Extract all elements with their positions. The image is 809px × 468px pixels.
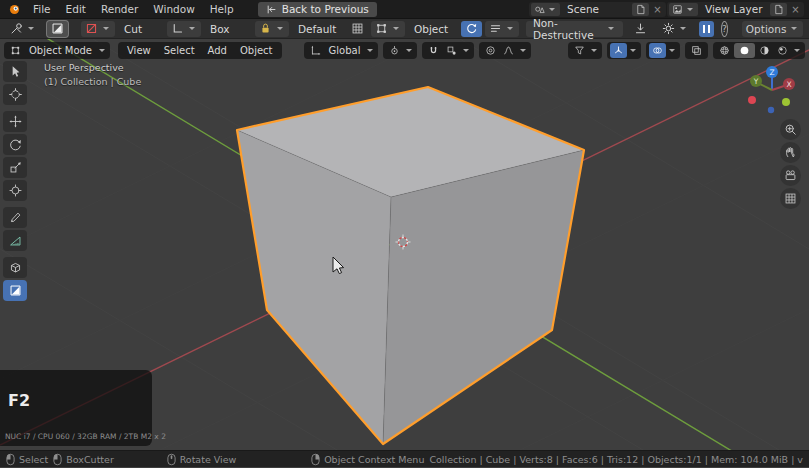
pause-icon	[703, 25, 711, 33]
tool-move[interactable]	[3, 111, 27, 132]
falloff-icon	[503, 45, 514, 56]
view-controls	[780, 119, 801, 209]
axis-y-handle[interactable]: Y	[750, 75, 762, 87]
snap-toggle-button[interactable]	[425, 43, 442, 58]
pan-button[interactable]	[780, 142, 801, 163]
menu-help[interactable]: Help	[203, 2, 241, 17]
proportional-toggle-button[interactable]	[482, 43, 499, 58]
axes-icon	[307, 43, 324, 58]
axis-x-handle[interactable]: X	[783, 78, 795, 90]
remove-view-layer-button[interactable]: ×	[789, 3, 802, 16]
tool-add-cube[interactable]	[3, 257, 27, 278]
cube-object[interactable]	[237, 87, 584, 444]
tool-transform[interactable]	[3, 180, 27, 201]
shape-box-icon	[85, 22, 98, 35]
tools-icon	[10, 22, 23, 35]
camera-view-button[interactable]	[780, 165, 801, 186]
tool-cursor[interactable]	[3, 84, 27, 105]
new-scene-button[interactable]	[632, 3, 649, 16]
snap-controls	[422, 42, 474, 59]
zoom-button[interactable]	[780, 119, 801, 140]
xray-toggle-button[interactable]	[685, 42, 708, 59]
shading-wireframe-button[interactable]	[716, 43, 733, 58]
axis-y-neg-handle[interactable]	[782, 98, 790, 106]
behavior-label: Object	[412, 23, 454, 35]
back-to-previous-button[interactable]: Back to Previous	[258, 2, 377, 17]
ortho-toggle-button[interactable]	[780, 188, 801, 209]
hint-rotate-label: Rotate View	[180, 454, 237, 465]
active-tool-button[interactable]	[47, 21, 68, 37]
tool-select-box[interactable]	[3, 61, 27, 82]
measure-ruler-icon	[9, 234, 22, 247]
method-label: Non-Destructive	[533, 17, 594, 41]
right-mouse-icon	[311, 453, 320, 466]
operation-dropdown[interactable]	[255, 21, 289, 37]
navigation-gizmo[interactable]: Z Y X	[748, 66, 795, 113]
pivot-dropdown[interactable]	[383, 42, 417, 59]
axis-z-handle[interactable]: Z	[766, 66, 778, 78]
method-dropdown[interactable]: Non-Destructive	[526, 21, 623, 37]
mode-selector-dropdown[interactable]: Object Mode	[4, 42, 110, 59]
tool-boxcutter[interactable]	[3, 280, 27, 301]
new-view-layer-button[interactable]	[770, 3, 787, 16]
menu-viewport-object[interactable]: Object	[234, 45, 279, 56]
back-to-previous-label: Back to Previous	[282, 3, 369, 15]
snap-target-icon	[446, 45, 457, 56]
options-dropdown[interactable]: Options	[742, 21, 804, 37]
blender-logo-icon[interactable]	[5, 2, 23, 17]
hint-select: Select	[6, 453, 48, 466]
camera-icon	[784, 169, 797, 182]
screencast-overlay: F2 NUC i7 / CPU 060 / 32GB RAM / 2TB M2 …	[0, 370, 152, 446]
scene-browse-dropdown[interactable]	[531, 3, 560, 16]
live-toggle-button[interactable]	[461, 21, 482, 37]
scene-statistics: Collection | Cube | Verts:8 | Faces:6 | …	[429, 454, 803, 465]
solid-sphere-icon	[739, 45, 750, 56]
tool-annotate[interactable]	[3, 207, 27, 228]
menu-viewport-select[interactable]: Select	[158, 45, 201, 56]
menu-window[interactable]: Window	[146, 2, 201, 17]
tool-presets-dropdown[interactable]	[6, 21, 40, 37]
scene-selector[interactable]: Scene ×	[529, 2, 666, 17]
menu-edit[interactable]: Edit	[59, 2, 93, 17]
settings-dropdown[interactable]	[658, 21, 692, 37]
grid-toggle-button[interactable]	[347, 21, 368, 37]
view-layer-browse-dropdown[interactable]	[669, 3, 698, 16]
gizmo-toggle-dropdown[interactable]	[607, 42, 641, 59]
falloff-dropdown[interactable]	[500, 43, 517, 58]
mode-dropdown[interactable]	[167, 21, 201, 37]
snap-target-dropdown[interactable]	[443, 43, 460, 58]
overlays-icon[interactable]	[649, 43, 666, 58]
grid-icon	[351, 22, 364, 35]
display-dropdown[interactable]	[485, 21, 519, 37]
tool-measure[interactable]	[3, 230, 27, 251]
orientation-dropdown[interactable]: Global	[304, 42, 379, 59]
object-icon	[375, 22, 388, 35]
shading-solid-button[interactable]	[734, 43, 755, 58]
menu-render[interactable]: Render	[94, 2, 145, 17]
visibility-dropdown[interactable]	[568, 42, 602, 59]
shading-rendered-button[interactable]	[774, 43, 791, 58]
axis-x-neg-handle[interactable]	[748, 96, 756, 104]
overlays-toggle-dropdown[interactable]	[646, 42, 680, 59]
tool-rotate[interactable]	[3, 134, 27, 155]
hint-boxcutter-label: BoxCutter	[66, 454, 114, 465]
menu-viewport-add[interactable]: Add	[202, 45, 233, 56]
apply-button[interactable]	[630, 21, 651, 37]
tool-scale[interactable]	[3, 157, 27, 178]
axis-z-neg-handle[interactable]	[768, 107, 774, 113]
shape-dropdown[interactable]	[81, 21, 115, 37]
gizmo-icon[interactable]	[610, 43, 627, 58]
behavior-dropdown[interactable]	[371, 21, 405, 37]
shading-material-button[interactable]	[756, 43, 773, 58]
pause-toggle-button[interactable]	[699, 21, 715, 37]
view-layer-selector[interactable]: View Layer ×	[667, 2, 804, 17]
svg-text:Y: Y	[753, 77, 759, 86]
help-button[interactable]: ?	[721, 21, 728, 37]
chevron-down-icon	[669, 49, 675, 52]
hint-select-label: Select	[19, 454, 48, 465]
material-sphere-icon	[759, 45, 770, 56]
menu-file[interactable]: File	[26, 2, 58, 17]
chevron-down-icon	[680, 27, 686, 30]
unlink-scene-button[interactable]: ×	[651, 3, 664, 16]
menu-viewport-view[interactable]: View	[121, 45, 157, 56]
